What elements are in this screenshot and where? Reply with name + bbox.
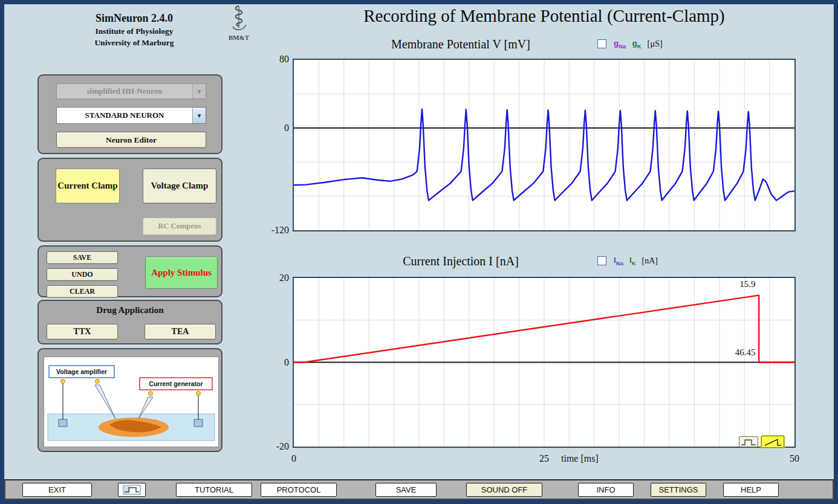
save-button[interactable]: SAVE — [375, 483, 437, 497]
ramp-waveform-icon — [764, 438, 782, 447]
conductance-unit-label: [µS] — [648, 39, 663, 49]
drug-application-title: Drug Application — [39, 305, 221, 315]
branding-block: SimNeuron 2.4.0 Institute of Physiology … — [59, 12, 210, 48]
pulse-waveform-icon — [741, 438, 756, 446]
help-button[interactable]: HELP — [723, 483, 779, 497]
info-button[interactable]: INFO — [578, 483, 634, 497]
model-combobox-value: simplified HH-Neuron — [57, 84, 192, 99]
institute-line: Institute of Physiology — [59, 27, 210, 36]
neuron-editor-button[interactable]: Neuron Editor — [56, 132, 206, 148]
current-clamp-button[interactable]: Current Clamp — [56, 169, 120, 204]
gna-sub: Na — [619, 43, 626, 50]
connector-dot — [149, 392, 153, 396]
current-legend: INa IK [nA] — [597, 256, 658, 267]
current-injection-plot[interactable]: 15.946.45 — [293, 277, 796, 448]
bmt-logo: BM&T — [222, 4, 255, 41]
current-generator-label: Current generator — [149, 380, 203, 387]
svg-text:15.9: 15.9 — [739, 279, 755, 289]
drug-application-panel: Drug Application TTX TEA — [37, 300, 222, 344]
v-axis-tick-neg120: -120 — [254, 225, 289, 236]
voltage-amplifier-label: Voltage amplifier — [56, 368, 107, 375]
setup-diagram: Voltage amplifier Current generator — [44, 357, 218, 447]
current-unit-label: [nA] — [642, 256, 658, 266]
connector-dot — [197, 392, 201, 396]
apply-stimulus-button[interactable]: Apply Stimulus — [145, 257, 218, 289]
time-axis-label: time [ms] — [561, 453, 599, 464]
app-name: SimNeuron 2.4.0 — [59, 12, 210, 25]
time-tick-25: 25 — [531, 453, 557, 464]
i-axis-tick-0: 0 — [254, 357, 289, 368]
gna-legend-label: gNa — [614, 39, 626, 50]
neuron-selection-panel: simplified HH-Neuron ▼ STANDARD NEURON ▼… — [37, 74, 222, 154]
model-combobox: simplified HH-Neuron ▼ — [56, 83, 206, 99]
settings-button[interactable]: SETTINGS — [651, 483, 706, 497]
tutorial-button[interactable]: TUTORIAL — [176, 483, 252, 497]
neuron-combobox[interactable]: STANDARD NEURON ▼ — [56, 107, 206, 124]
i-axis-tick-neg20: -20 — [254, 441, 289, 452]
sound-toggle-button[interactable]: SOUND OFF — [466, 483, 542, 497]
i-axis-tick-20: 20 — [254, 273, 289, 283]
ground-electrode-left — [59, 419, 67, 427]
current-chart-title: Current Injection I [nA] — [293, 254, 629, 268]
ik-legend-label: IK — [629, 256, 636, 267]
conductance-display-checkbox[interactable] — [597, 39, 606, 48]
ground-electrode-right — [194, 419, 203, 427]
gk-sub: K — [637, 43, 641, 50]
logo-caption: BM&T — [222, 34, 255, 41]
gna-base: g — [614, 39, 619, 48]
neuron-combobox-value: STANDARD NEURON — [57, 108, 192, 123]
clamp-mode-panel: Current Clamp Voltage Clamp RC Compens — [37, 158, 222, 242]
chevron-down-icon[interactable]: ▼ — [192, 108, 206, 123]
rc-compens-button: RC Compens — [143, 218, 216, 235]
time-tick-50: 50 — [781, 453, 808, 464]
ramp-stimulus-button[interactable] — [761, 436, 784, 448]
university-line: University of Marburg — [59, 38, 210, 48]
undo-stimulus-button[interactable]: UNDO — [47, 268, 118, 281]
voltage-clamp-button[interactable]: Voltage Clamp — [143, 169, 216, 204]
gk-legend-label: gK — [632, 39, 641, 50]
ik-sub: K — [632, 260, 636, 267]
membrane-legend: gNa gK [µS] — [597, 39, 663, 50]
page-title: Recording of Membrane Potential (Current… — [260, 6, 828, 26]
time-tick-0: 0 — [281, 453, 307, 464]
pulse-stimulus-button[interactable] — [739, 436, 758, 447]
stimulus-window-icon — [123, 485, 141, 495]
chevron-down-icon: ▼ — [192, 84, 206, 99]
save-stimulus-button[interactable]: SAVE — [47, 251, 118, 264]
membrane-chart-title: Membrane Potential V [mV] — [293, 37, 629, 51]
v-axis-tick-0: 0 — [254, 123, 289, 134]
svg-text:46.45: 46.45 — [735, 347, 756, 357]
setup-illustration-panel: Voltage amplifier Current generator — [37, 348, 222, 452]
gk-base: g — [632, 39, 637, 48]
connector-dot — [61, 380, 65, 384]
current-display-checkbox[interactable] — [597, 256, 606, 265]
ina-sub: Na — [616, 260, 623, 267]
clear-stimulus-button[interactable]: CLEAR — [47, 285, 118, 298]
tea-button[interactable]: TEA — [145, 324, 216, 340]
exit-button[interactable]: EXIT — [22, 483, 92, 497]
membrane-potential-plot — [293, 59, 796, 231]
connector-dot — [96, 380, 100, 384]
experiment-setup-illustration: Voltage amplifier Current generator — [44, 357, 219, 447]
protocol-button[interactable]: PROTOCOL — [261, 483, 337, 497]
stimulus-panel: SAVE UNDO CLEAR Apply Stimulus — [37, 245, 222, 297]
ina-legend-label: INa — [614, 256, 623, 267]
v-axis-tick-80: 80 — [254, 54, 289, 65]
simneuron-window: SimNeuron 2.4.0 Institute of Physiology … — [0, 0, 838, 504]
stimulus-monitor-icon-button[interactable] — [118, 483, 146, 497]
bottom-toolbar: EXIT TUTORIAL PROTOCOL SAVE SOUND OFF IN… — [4, 479, 834, 500]
caduceus-icon — [226, 4, 252, 33]
ttx-button[interactable]: TTX — [47, 324, 118, 340]
